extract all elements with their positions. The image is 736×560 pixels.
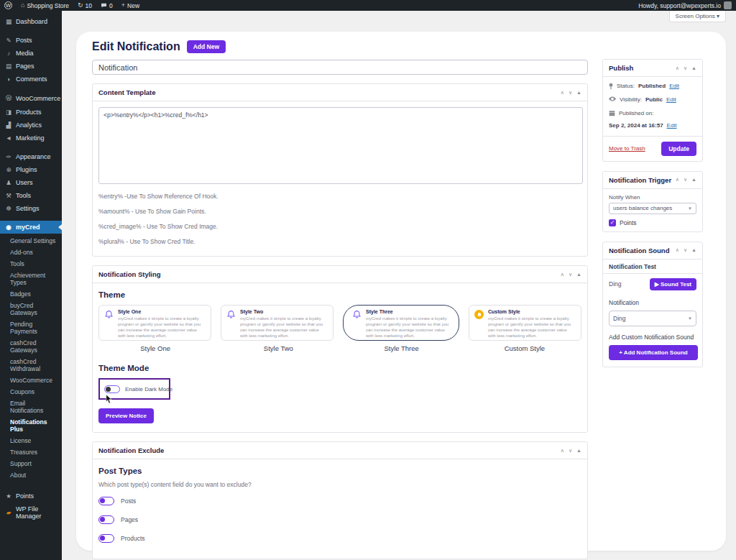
- sound-test-button[interactable]: ▶ Sound Test: [650, 278, 696, 290]
- panel-down-icon[interactable]: ∨: [684, 177, 687, 183]
- submenu-tools[interactable]: Tools: [0, 258, 62, 270]
- submenu-coupons[interactable]: Coupons: [0, 386, 62, 398]
- exclude-posts-label: Posts: [121, 497, 136, 505]
- updates-icon: ↻: [78, 2, 83, 9]
- content-template-textarea[interactable]: <p>%entry%</p><h1>%cred_f%</h1>: [98, 107, 583, 184]
- panel-up-icon[interactable]: ∧: [561, 448, 564, 454]
- sidebar-item-plugins[interactable]: ⊕Plugins: [0, 163, 62, 176]
- panel-up-icon[interactable]: ∧: [676, 177, 679, 183]
- submenu-badges[interactable]: Badges: [0, 288, 62, 300]
- sidebar-item-users[interactable]: ♟Users: [0, 176, 62, 189]
- points-checkbox-label: Points: [620, 219, 637, 226]
- theme-card-style-one[interactable]: Style One myCred makes it simple to crea…: [98, 305, 211, 341]
- post-types-heading: Post Types: [98, 467, 581, 475]
- sidebar-item-products[interactable]: ◨Products: [0, 106, 62, 119]
- panel-collapse-icon[interactable]: ▲: [691, 65, 696, 71]
- submenu-about[interactable]: About: [0, 469, 62, 481]
- screen-options-tab[interactable]: Screen Options ▾: [669, 11, 726, 22]
- notification-sound-select[interactable]: Ding ▼: [609, 311, 696, 326]
- submenu-general-settings[interactable]: General Settings: [0, 235, 62, 247]
- submenu-cashcred-withdrawal[interactable]: cashCred Withdrawal: [0, 356, 62, 375]
- panel-down-icon[interactable]: ∨: [569, 448, 572, 454]
- sidebar-item-tools[interactable]: ⚒Tools: [0, 189, 62, 202]
- panel-collapse-icon[interactable]: ▲: [576, 272, 581, 277]
- panel-collapse-icon[interactable]: ▲: [576, 90, 581, 96]
- sidebar-item-posts[interactable]: ✎Posts: [0, 34, 62, 47]
- submenu-pending-payments[interactable]: Pending Payments: [0, 318, 62, 337]
- panel-up-icon[interactable]: ∧: [676, 247, 679, 253]
- dark-mode-highlight-box: Enable Dark Mode: [98, 378, 170, 400]
- panel-up-icon[interactable]: ∧: [561, 90, 564, 96]
- theme-card-style-three-selected[interactable]: Style Three myCred makes it simple to cr…: [343, 305, 459, 341]
- sidebar-item-mycred[interactable]: ◉ myCred: [0, 221, 62, 234]
- howdy-account-menu[interactable]: Howdy, support@wpexperts.io: [638, 2, 721, 9]
- sidebar-item-media[interactable]: ♪Media: [0, 47, 62, 60]
- submenu-support[interactable]: Support: [0, 458, 62, 469]
- sidebar-item-woocommerce[interactable]: ⓌWooCommerce: [0, 91, 62, 106]
- move-to-trash-link[interactable]: Move to Trash: [609, 145, 645, 152]
- panel-title: Publish: [609, 64, 633, 72]
- notification-title-input[interactable]: [92, 60, 588, 75]
- play-icon: ▶: [655, 281, 659, 288]
- points-checkbox[interactable]: ✓: [609, 219, 616, 226]
- admin-sidebar: ▦Dashboard ✎Posts ♪Media ▤Pages ◗Comment…: [0, 11, 62, 560]
- sidebar-item-settings[interactable]: ☸Settings: [0, 202, 62, 215]
- submenu-email-notifications[interactable]: Email Notifications: [0, 398, 62, 416]
- main-area: Screen Options ▾ Edit Notification Add N…: [62, 11, 736, 560]
- sidebar-item-marketing[interactable]: ◄Marketing: [0, 132, 62, 144]
- sidebar-item-dashboard[interactable]: ▦Dashboard: [0, 15, 62, 28]
- panel-down-icon[interactable]: ∨: [684, 247, 687, 253]
- panel-collapse-icon[interactable]: ▲: [691, 177, 696, 183]
- bell-icon: [352, 310, 362, 319]
- sidebar-label: Users: [16, 179, 33, 186]
- submenu-woocommerce[interactable]: WooCommerce: [0, 375, 62, 386]
- published-label: Published on:: [619, 109, 653, 117]
- site-name-menu[interactable]: ⌂ Shopping Store: [17, 0, 73, 11]
- submenu-buycred-gateways[interactable]: buyCred Gateways: [0, 300, 62, 318]
- preview-notice-button[interactable]: Preview Notice: [98, 408, 154, 423]
- panel-down-icon[interactable]: ∨: [684, 65, 687, 71]
- comments-menu[interactable]: 0: [96, 0, 117, 11]
- wordpress-logo-icon: W: [4, 1, 12, 9]
- sidebar-item-points[interactable]: ★Points: [0, 490, 62, 502]
- submenu-treasures[interactable]: Treasures: [0, 446, 62, 458]
- edit-status-link[interactable]: Edit: [669, 82, 679, 90]
- edit-published-link[interactable]: Edit: [667, 121, 677, 129]
- panel-up-icon[interactable]: ∧: [676, 65, 679, 71]
- submenu-add-ons[interactable]: Add-ons: [0, 247, 62, 258]
- exclude-posts-toggle[interactable]: [98, 497, 114, 505]
- theme-card-style-two[interactable]: Style Two myCred makes it simple to crea…: [221, 305, 334, 341]
- panel-down-icon[interactable]: ∨: [569, 272, 572, 277]
- submenu-cashcred-gateways[interactable]: cashCred Gateways: [0, 337, 62, 356]
- theme-card-custom-style[interactable]: Custom Style myCred makes it simple to c…: [469, 305, 581, 341]
- user-avatar[interactable]: [724, 1, 732, 9]
- panel-down-icon[interactable]: ∨: [569, 90, 572, 96]
- sidebar-item-wp-file-manager[interactable]: ▰WP File Manager: [0, 502, 62, 523]
- panel-up-icon[interactable]: ∧: [561, 272, 564, 277]
- notify-when-select[interactable]: users balance changes ▼: [609, 203, 696, 214]
- sidebar-item-analytics[interactable]: ▟Analytics: [0, 119, 62, 132]
- panel-collapse-icon[interactable]: ▲: [576, 448, 581, 454]
- add-notification-sound-button[interactable]: + Add Notification Sound: [609, 345, 698, 360]
- status-label: Status:: [617, 82, 635, 90]
- dashboard-icon: ▦: [5, 18, 12, 25]
- new-content-menu[interactable]: + New: [117, 0, 144, 11]
- dark-mode-toggle[interactable]: [104, 385, 120, 393]
- edit-visibility-link[interactable]: Edit: [666, 96, 676, 104]
- updates-menu[interactable]: ↻ 10: [73, 0, 96, 11]
- panel-collapse-icon[interactable]: ▲: [691, 247, 696, 253]
- sidebar-item-pages[interactable]: ▤Pages: [0, 60, 62, 73]
- sidebar-label: Tools: [16, 192, 31, 199]
- sidebar-label: Marketing: [16, 134, 45, 142]
- wp-logo-menu[interactable]: W: [0, 0, 17, 11]
- visibility-value: Public: [645, 96, 663, 104]
- sidebar-item-comments[interactable]: ◗Comments: [0, 73, 62, 86]
- submenu-license[interactable]: License: [0, 435, 62, 446]
- sidebar-item-appearance[interactable]: ✑Appearance: [0, 150, 62, 163]
- exclude-products-toggle[interactable]: [98, 534, 114, 543]
- update-button[interactable]: Update: [661, 142, 696, 156]
- exclude-pages-toggle[interactable]: [98, 515, 114, 524]
- submenu-achievement-types[interactable]: Achievement Types: [0, 270, 62, 288]
- add-new-button[interactable]: Add New: [187, 40, 226, 53]
- submenu-notifications-plus[interactable]: Notifications Plus: [0, 416, 62, 435]
